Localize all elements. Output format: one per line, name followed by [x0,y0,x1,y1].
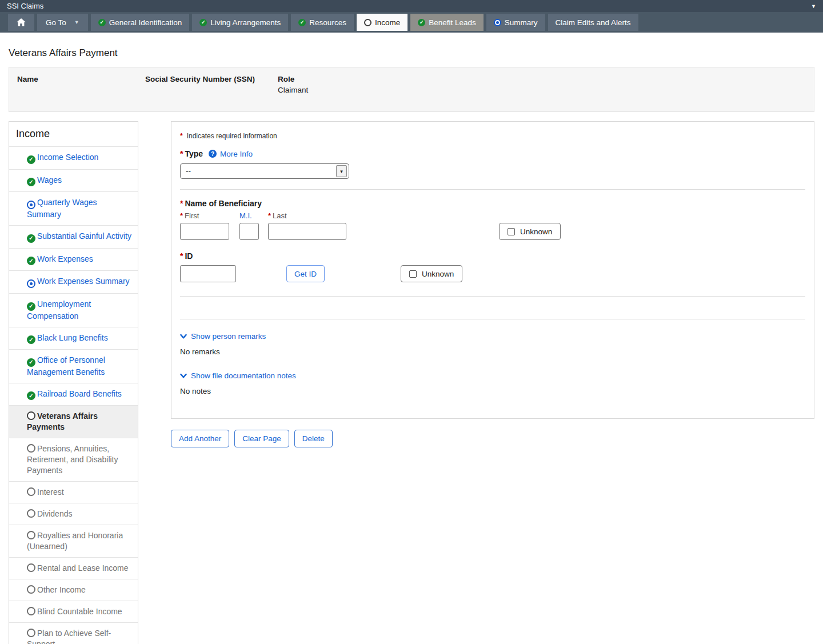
tab-benefit-leads[interactable]: ✓Benefit Leads [410,14,484,31]
nav-tabs: ✓General Identification✓Living Arrangeme… [91,14,638,31]
sidebar-item-royalties-and-honoraria-unearned: Royalties and Honoraria (Unearned) [9,525,138,557]
sidebar-item-label: Substantial Gainful Activity [37,231,131,241]
tab-label: Benefit Leads [429,18,476,27]
type-select[interactable]: -- ▾ [180,163,349,179]
check-circle-icon: ✓ [27,358,35,367]
mi-label[interactable]: M.I. [239,211,259,220]
tab-income[interactable]: Income [357,14,407,31]
caret-down-icon: ▼ [74,19,79,25]
check-circle-icon: ✓ [27,234,35,243]
circle-outline-icon [27,563,35,572]
id-input[interactable] [180,265,236,282]
sidebar-item-black-lung-benefits[interactable]: ✓Black Lung Benefits [9,327,138,350]
check-circle-icon: ✓ [98,19,106,26]
veterans-affairs-form-panel: *Indicates required information *Type ? … [171,121,814,419]
circle-outline-icon [27,487,35,496]
circle-outline-icon [27,585,35,594]
sidebar-title: Income [9,122,138,146]
sidebar-item-rental-and-lease-income: Rental and Lease Income [9,557,138,579]
show-person-remarks-label: Show person remarks [191,332,266,341]
tab-label: Summary [505,18,538,27]
menu-caret-icon[interactable]: ▼ [811,3,816,9]
last-name-input[interactable] [268,223,346,240]
circle-outline-icon [27,629,35,637]
section-divider [180,296,805,297]
sidebar-item-plan-to-achieve-self-support: Plan to Achieve Self-Support [9,622,138,644]
sidebar-item-office-of-personnel-management-benefits[interactable]: ✓Office of Personnel Management Benefits [9,349,138,383]
chevron-down-icon [180,373,187,379]
required-asterisk: * [180,132,183,140]
first-name-input[interactable] [180,223,229,240]
middle-initial-input[interactable] [239,223,259,240]
beneficiary-unknown-checkbox[interactable]: Unknown [499,223,561,240]
checkbox-unchecked-icon[interactable] [508,228,515,235]
sidebar-item-label: Quarterly Wages Summary [27,198,97,219]
sidebar-item-quarterly-wages-summary[interactable]: Quarterly Wages Summary [9,191,138,225]
show-file-notes-toggle[interactable]: Show file documentation notes [180,371,805,380]
add-another-button[interactable]: Add Another [171,430,229,447]
id-unknown-checkbox[interactable]: Unknown [401,265,462,282]
sidebar-item-label: Veterans Affairs Payments [27,411,98,431]
sidebar-item-work-expenses-summary[interactable]: Work Expenses Summary [9,270,138,293]
sidebar-item-label: Rental and Lease Income [37,563,129,573]
income-sidebar: Income ✓Income Selection✓WagesQuarterly … [9,121,138,644]
sidebar-item-label: Railroad Board Benefits [37,389,122,398]
tab-summary[interactable]: Summary [486,14,545,31]
question-circle-icon[interactable]: ? [209,150,217,158]
circle-outline-icon [27,509,35,518]
remarks-empty-text: No remarks [180,347,805,356]
sidebar-item-label: Income Selection [37,153,98,162]
sidebar-item-label: Interest [37,487,64,497]
sidebar-item-label: Work Expenses [37,254,93,263]
section-divider [180,319,805,319]
more-info-link[interactable]: More Info [220,150,253,158]
checkbox-unchecked-icon[interactable] [409,270,417,278]
tab-label: General Identification [109,18,182,27]
primary-nav: Go To ▼ ✓General Identification✓Living A… [0,12,823,33]
check-circle-icon: ✓ [27,155,35,164]
tab-label: Income [375,18,400,27]
type-label: *Type [180,149,203,158]
sidebar-item-blind-countable-income: Blind Countable Income [9,601,138,622]
sidebar-item-railroad-board-benefits[interactable]: ✓Railroad Board Benefits [9,383,138,406]
check-circle-icon: ✓ [199,19,207,26]
sidebar-item-unemployment-compensation[interactable]: ✓Unemployment Compensation [9,293,138,327]
person-header: Name Social Security Number (SSN) Role C… [9,67,814,112]
sidebar-item-dividends: Dividends [9,503,138,525]
home-icon [17,18,26,26]
check-circle-icon: ✓ [27,178,35,186]
delete-button[interactable]: Delete [294,430,333,447]
app-title-bar: SSI Claims ▼ [0,0,823,12]
sidebar-item-substantial-gainful-activity[interactable]: ✓Substantial Gainful Activity [9,225,138,248]
section-divider [180,189,805,190]
sidebar-item-wages[interactable]: ✓Wages [9,169,138,192]
id-label: *ID [180,251,805,261]
sidebar-item-income-selection[interactable]: ✓Income Selection [9,146,138,169]
circle-outline-icon [364,19,371,26]
tab-general-identification[interactable]: ✓General Identification [91,14,190,31]
get-id-button[interactable]: Get ID [286,265,325,282]
show-person-remarks-toggle[interactable]: Show person remarks [180,332,805,341]
required-note: *Indicates required information [180,132,805,140]
home-button[interactable] [8,14,34,31]
tab-resources[interactable]: ✓Resources [291,14,354,31]
type-select-value: -- [186,167,191,175]
circle-outline-icon [27,607,35,615]
sidebar-item-label: Work Expenses Summary [37,277,130,286]
goto-dropdown[interactable]: Go To ▼ [37,14,88,31]
circle-outline-icon [27,444,35,453]
clear-page-button[interactable]: Clear Page [234,430,289,447]
check-circle-icon: ✓ [298,19,306,26]
tab-living-arrangements[interactable]: ✓Living Arrangements [192,14,288,31]
role-value: Claimant [278,86,806,94]
id-unknown-label: Unknown [422,270,454,278]
sidebar-item-interest: Interest [9,481,138,503]
page-content: Veterans Affairs Payment Name Social Sec… [0,47,823,644]
sidebar-item-label: Wages [37,175,62,185]
sidebar-item-label: Black Lung Benefits [37,333,108,342]
dot-circle-icon [27,279,35,288]
check-circle-icon: ✓ [27,335,35,344]
tab-claim-edits-and-alerts[interactable]: Claim Edits and Alerts [548,14,638,31]
sidebar-item-veterans-affairs-payments[interactable]: Veterans Affairs Payments [9,405,138,438]
sidebar-item-work-expenses[interactable]: ✓Work Expenses [9,248,138,271]
